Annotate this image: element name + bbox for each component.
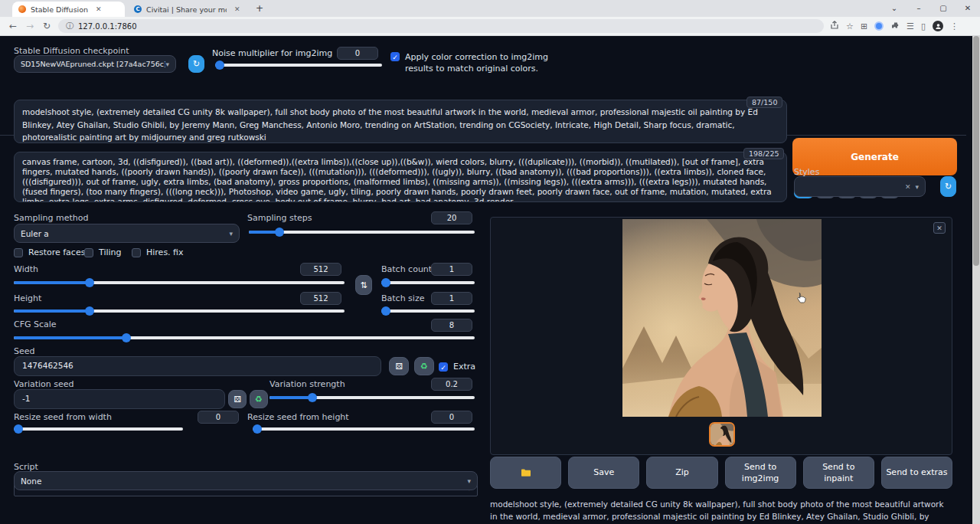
address-bar[interactable]: ⓘ 127.0.0.1:7860 bbox=[58, 19, 824, 33]
side-panel-icon[interactable]: ▯ bbox=[921, 21, 926, 31]
open-folder-button[interactable] bbox=[490, 457, 561, 489]
batch-size-value[interactable]: 1 bbox=[431, 292, 472, 305]
browser-tab-stable-diffusion[interactable]: Stable Diffusion ✕ bbox=[12, 2, 125, 17]
variation-strength-value[interactable]: 0.2 bbox=[431, 378, 472, 391]
width-value[interactable]: 512 bbox=[300, 263, 341, 276]
seed-input[interactable]: 1476462546 bbox=[14, 356, 381, 376]
resize-seed-width-value[interactable]: 0 bbox=[198, 411, 239, 424]
tab-close-icon[interactable]: ✕ bbox=[234, 5, 240, 13]
checkpoint-dropdown[interactable]: SD15NewVAEpruned.ckpt [27a4ac756c] ▾ bbox=[14, 55, 176, 73]
reuse-seed-button[interactable]: ♻ bbox=[414, 357, 434, 375]
noise-multiplier-slider[interactable] bbox=[215, 61, 382, 70]
sampling-method-dropdown[interactable]: Euler a ▾ bbox=[14, 224, 240, 243]
tab-close-icon[interactable]: ✕ bbox=[96, 5, 102, 13]
send-to-img2img-button[interactable]: Send to img2img bbox=[725, 457, 796, 489]
save-button[interactable]: Save bbox=[568, 457, 639, 489]
color-correction-checkbox[interactable]: ✓ bbox=[390, 52, 400, 61]
reuse-variation-seed-button[interactable]: ♻ bbox=[250, 390, 268, 408]
width-label: Width bbox=[14, 264, 38, 274]
batch-size-slider[interactable] bbox=[381, 306, 475, 316]
random-seed-button[interactable]: ⚄ bbox=[389, 357, 409, 375]
script-dropdown[interactable]: None ▾ bbox=[14, 471, 478, 490]
height-slider[interactable] bbox=[14, 306, 345, 316]
window-maximize-button[interactable]: ▢ bbox=[931, 0, 956, 17]
hires-fix-checkbox[interactable] bbox=[132, 248, 141, 257]
extra-seed-label: Extra bbox=[453, 362, 475, 372]
reading-list-icon[interactable]: ☰ bbox=[906, 21, 914, 31]
site-info-icon[interactable]: ⓘ bbox=[66, 21, 74, 31]
clear-styles-icon[interactable]: ✕ bbox=[905, 183, 911, 191]
civitai-favicon: C bbox=[134, 5, 142, 13]
cfg-scale-value[interactable]: 8 bbox=[431, 319, 472, 332]
generated-image[interactable] bbox=[622, 219, 822, 417]
batch-count-slider[interactable] bbox=[381, 278, 475, 287]
extra-seed-checkbox[interactable]: ✓ bbox=[439, 362, 448, 372]
variation-strength-slider[interactable] bbox=[270, 393, 475, 402]
tab-search-chevron-icon[interactable]: ⌄ bbox=[882, 0, 906, 17]
batch-count-value[interactable]: 1 bbox=[431, 263, 472, 276]
dice-icon: ⚄ bbox=[395, 362, 403, 372]
chevron-down-icon: ▾ bbox=[229, 230, 233, 237]
negative-prompt-textarea[interactable]: canvas frame, cartoon, 3d, ((disfigured)… bbox=[14, 152, 787, 202]
hires-fix-label: Hires. fix bbox=[146, 247, 184, 257]
resize-seed-height-value[interactable]: 0 bbox=[431, 411, 472, 424]
profile-avatar[interactable] bbox=[933, 21, 943, 31]
reload-button[interactable]: ↻ bbox=[38, 21, 55, 31]
color-correction-label: Apply color correction to img2img result… bbox=[405, 52, 558, 75]
recycle-icon: ♻ bbox=[420, 362, 428, 372]
close-gallery-button[interactable]: ✕ bbox=[933, 222, 946, 234]
noise-multiplier-label: Noise multiplier for img2img bbox=[212, 48, 332, 58]
noise-multiplier-value[interactable]: 0 bbox=[337, 47, 378, 60]
window-close-button[interactable]: ✕ bbox=[956, 0, 980, 17]
dice-icon: ⚄ bbox=[234, 395, 241, 404]
resize-seed-width-slider[interactable] bbox=[14, 424, 183, 434]
extension-blue-icon[interactable] bbox=[874, 21, 884, 31]
sampling-steps-slider[interactable] bbox=[249, 228, 475, 237]
styles-dropdown[interactable]: ✕ ▾ bbox=[794, 176, 926, 197]
chevron-down-icon: ▾ bbox=[915, 183, 919, 191]
variation-strength-label: Variation strength bbox=[270, 379, 345, 389]
extensions-puzzle-icon[interactable] bbox=[890, 21, 900, 32]
share-icon[interactable] bbox=[830, 21, 839, 32]
resize-seed-height-slider[interactable] bbox=[253, 424, 475, 434]
restore-faces-checkbox[interactable] bbox=[14, 248, 23, 257]
new-tab-button[interactable]: + bbox=[253, 3, 266, 15]
tiling-checkbox[interactable] bbox=[84, 248, 93, 257]
bookmark-star-icon[interactable]: ☆ bbox=[846, 21, 854, 31]
window-minimize-button[interactable]: – bbox=[906, 0, 931, 17]
tab-title: Stable Diffusion bbox=[31, 5, 88, 14]
batch-size-label: Batch size bbox=[381, 293, 424, 303]
scrollbar-thumb[interactable] bbox=[973, 36, 979, 266]
height-value[interactable]: 512 bbox=[300, 292, 341, 305]
browser-tab-strip: Stable Diffusion ✕ C Civitai | Share you… bbox=[0, 0, 980, 17]
random-variation-seed-button[interactable]: ⚄ bbox=[228, 390, 247, 408]
cfg-scale-slider[interactable] bbox=[14, 333, 475, 342]
browser-menu-icon[interactable]: ⋮ bbox=[950, 21, 959, 31]
output-gallery: ✕ bbox=[490, 217, 952, 455]
send-to-inpaint-button[interactable]: Send to inpaint bbox=[803, 457, 874, 489]
screenshot-root: Stable Diffusion ✕ C Civitai | Share you… bbox=[0, 0, 980, 524]
resize-seed-width-label: Resize seed from width bbox=[14, 412, 112, 422]
batch-count-label: Batch count bbox=[381, 264, 432, 274]
prompt-textarea[interactable]: modelshoot style, (extremely detailed CG… bbox=[14, 100, 787, 143]
sampling-steps-value[interactable]: 20 bbox=[431, 211, 472, 224]
page-scrollbar[interactable] bbox=[972, 36, 980, 524]
refresh-styles-button[interactable]: ↻ bbox=[940, 176, 956, 197]
swap-dimensions-button[interactable]: ⇅ bbox=[355, 275, 372, 295]
tab-title: Civitai | Share your models bbox=[146, 5, 227, 14]
sampling-steps-label: Sampling steps bbox=[247, 213, 312, 223]
extension-grid-icon[interactable]: ⊞ bbox=[861, 21, 867, 31]
zip-button[interactable]: Zip bbox=[646, 457, 717, 489]
browser-tab-civitai[interactable]: C Civitai | Share your models ✕ bbox=[128, 2, 247, 17]
send-to-extras-button[interactable]: Send to extras bbox=[881, 457, 952, 489]
negative-token-counter: 198/225 bbox=[743, 148, 784, 159]
width-slider[interactable] bbox=[14, 278, 345, 287]
recycle-icon: ♻ bbox=[255, 395, 263, 404]
forward-button[interactable]: → bbox=[21, 21, 38, 31]
browser-toolbar: ← → ↻ ⓘ 127.0.0.1:7860 ☆ ⊞ ☰ ▯ ⋮ bbox=[0, 17, 980, 36]
gallery-thumbnail[interactable] bbox=[709, 422, 735, 447]
chevron-down-icon: ▾ bbox=[467, 477, 471, 485]
refresh-checkpoints-button[interactable]: ↻ bbox=[188, 55, 204, 73]
back-button[interactable]: ← bbox=[5, 21, 21, 31]
variation-seed-input[interactable]: -1 bbox=[14, 389, 225, 409]
